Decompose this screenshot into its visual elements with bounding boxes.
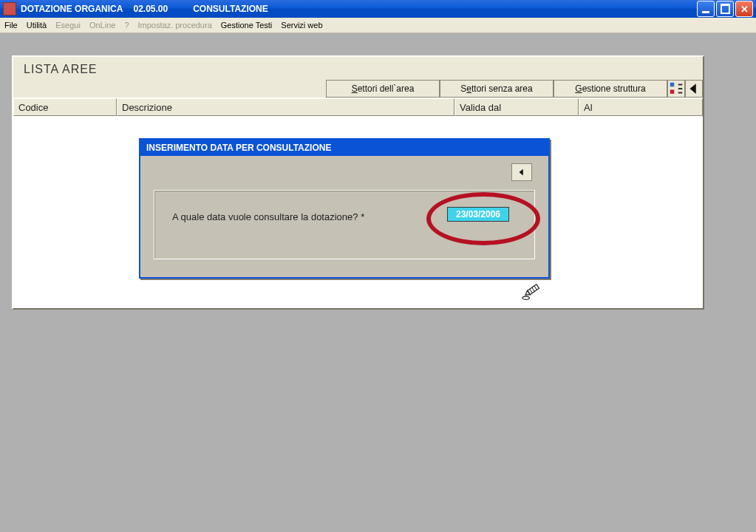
col-al[interactable]: Al: [579, 98, 703, 116]
date-dialog: INSERIMENTO DATA PER CONSULTAZIONE A qua…: [139, 138, 550, 279]
svg-line-6: [534, 286, 537, 290]
tab-settori-senza-area[interactable]: Settori senza area: [440, 80, 554, 98]
window-titlebar: DOTAZIONE ORGANICA 02.05.00 CONSULTAZION…: [0, 0, 756, 18]
svg-rect-0: [670, 83, 675, 87]
grid-body: INSERIMENTO DATA PER CONSULTAZIONE A qua…: [13, 116, 703, 308]
col-descrizione[interactable]: Descrizione: [117, 98, 454, 116]
title-app: DOTAZIONE ORGANICA: [21, 4, 123, 14]
app-icon: [3, 2, 16, 16]
menu-utilita[interactable]: Utilità: [27, 21, 47, 30]
menu-help: ?: [124, 21, 129, 30]
menu-impostaz: Impostaz. procedura: [138, 21, 212, 30]
toolbar-sort-icon[interactable]: [667, 80, 685, 98]
close-button[interactable]: ✕: [735, 1, 753, 17]
tab-settori-senza-area-rest: ttori senza area: [471, 83, 533, 94]
svg-line-4: [530, 289, 533, 293]
dialog-inner-frame: A quale data vuole consultare la dotazio…: [154, 190, 535, 259]
menu-file[interactable]: File: [4, 21, 18, 30]
col-valida-dal[interactable]: Valida dal: [454, 98, 579, 116]
panel-title: LISTA AREE: [24, 63, 98, 76]
pencil-icon[interactable]: [521, 282, 543, 302]
menu-online: OnLine: [89, 21, 115, 30]
title-version: 02.05.00: [133, 4, 168, 14]
tab-gestione-struttura[interactable]: Gestione struttura: [554, 80, 667, 98]
menu-servizi-web[interactable]: Servizi web: [281, 21, 322, 30]
svg-point-2: [522, 296, 529, 299]
lista-aree-panel: LISTA AREE Settori dell`area Settori sen…: [12, 55, 704, 310]
menu-esegui: Esegui: [55, 21, 81, 30]
menu-gestione-testi[interactable]: Gestione Testi: [221, 21, 273, 30]
dialog-question: A quale data vuole consultare la dotazio…: [172, 211, 364, 222]
col-codice[interactable]: Codice: [13, 98, 117, 116]
maximize-button[interactable]: [716, 1, 734, 17]
minimize-button[interactable]: [697, 1, 715, 17]
date-input[interactable]: [447, 207, 509, 222]
grid-header: Codice Descrizione Valida dal Al: [13, 98, 703, 116]
toolbar-back-icon[interactable]: [685, 80, 703, 98]
workspace: LISTA AREE Settori dell`area Settori sen…: [0, 33, 756, 532]
tab-gestione-struttura-rest: estione struttura: [582, 83, 646, 94]
dialog-back-button[interactable]: [511, 163, 532, 181]
tab-settori-area-rest: ettori dell`area: [358, 83, 415, 94]
title-mode: CONSULTAZIONE: [193, 4, 268, 14]
menu-bar: File Utilità Esegui OnLine ? Impostaz. p…: [0, 18, 756, 33]
svg-line-5: [532, 287, 535, 291]
svg-rect-1: [670, 89, 675, 94]
dialog-title: INSERIMENTO DATA PER CONSULTAZIONE: [140, 140, 548, 156]
tab-settori-area[interactable]: Settori dell`area: [326, 80, 440, 98]
